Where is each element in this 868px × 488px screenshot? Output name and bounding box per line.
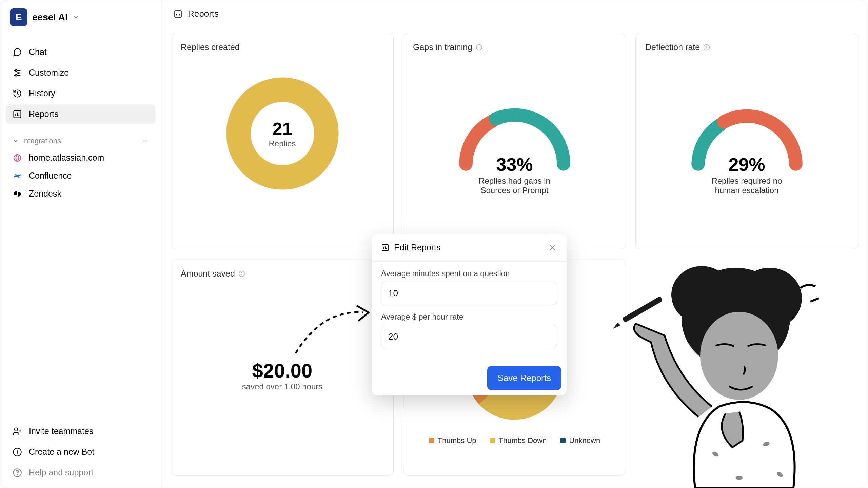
legend-swatch [429,438,434,443]
reports-icon [174,9,182,18]
page-title: Reports [188,8,219,19]
nav-label: History [29,88,55,98]
modal-body: Average minutes spent on a question Aver… [372,262,567,363]
integrations-header[interactable]: Integrations [6,133,156,149]
donut-chart: 21 Replies [181,59,384,208]
integration-label: Zendesk [29,189,61,199]
sidebar: E eesel AI Chat Customize History Report… [0,0,161,488]
card-title: Amount saved [181,269,384,279]
footer-help[interactable]: Help and support [6,463,156,482]
svg-point-32 [707,46,707,46]
svg-point-37 [671,266,732,324]
page-header: Reports [161,0,868,27]
reports-icon [13,109,22,119]
amount-display: $20.00 saved over 1.00 hours [181,285,384,428]
rate-input[interactable] [381,325,557,348]
nav-customize[interactable]: Customize [6,63,156,82]
info-icon[interactable] [703,44,710,51]
brand-name: eesel AI [32,12,68,23]
nav-label: Reports [29,109,59,119]
integrations-label: Integrations [22,137,61,145]
integration-confluence[interactable]: Confluence [6,167,156,185]
gauge-value: 33% [471,154,559,175]
card-replies: Replies created 21 Replies [171,33,394,249]
help-icon [13,468,22,477]
confluence-icon [13,171,22,181]
legend-swatch [560,438,566,443]
gauge-chart: 29% Replies required no human escalation [645,59,848,208]
legend-swatch [490,438,495,443]
gauge-label: Replies had gaps in Sources or Prompt [471,176,559,195]
modal-header: Edit Reports [372,234,567,262]
workspace-switcher[interactable]: E eesel AI [6,6,156,29]
field-label-rate: Average $ per hour rate [381,312,557,322]
modal-title: Edit Reports [394,243,441,252]
svg-point-39 [700,312,778,400]
legend-item: Unknown [560,436,600,445]
svg-point-45 [736,476,743,480]
donut-value: 21 [269,119,296,139]
footer-label: Help and support [29,468,93,477]
svg-point-4 [18,72,19,74]
integration-label: home.atlassian.com [29,153,104,163]
svg-rect-40 [622,296,663,323]
field-label-minutes: Average minutes spent on a question [381,269,557,278]
gauge-value: 29% [703,154,791,175]
nav-label: Customize [29,68,69,78]
history-icon [13,89,22,98]
plus-icon[interactable] [141,137,149,145]
donut-label: Replies [269,139,296,148]
legend-item: Thumbs Down [490,436,547,445]
card-title: Replies created [181,42,384,52]
reports-icon [381,244,389,252]
card-title: Gaps in training [413,42,616,52]
users-icon [13,427,22,436]
footer-label: Invite teammates [29,426,93,436]
amount-label: saved over 1.00 hours [242,382,322,391]
svg-marker-41 [613,323,620,329]
legend: Thumbs Up Thumbs Down Unknown [429,436,600,445]
nav-label: Chat [29,47,47,57]
chevron-down-icon [73,14,79,21]
arrow-icon [289,299,377,357]
svg-point-14 [15,428,18,431]
nav-chat[interactable]: Chat [6,42,156,62]
integration-label: Confluence [29,171,72,181]
card-gaps: Gaps in training 33% Replies had gaps in… [403,33,626,249]
close-icon[interactable] [548,243,557,252]
footer-invite[interactable]: Invite teammates [6,422,156,441]
chevron-down-icon [13,138,19,144]
integrations-section: Integrations home.atlassian.com Confluen… [6,133,156,203]
svg-point-21 [17,474,17,475]
chat-icon [13,47,22,57]
integration-zendesk[interactable]: Zendesk [6,185,156,203]
integration-atlassian[interactable]: home.atlassian.com [6,149,156,167]
customize-icon [13,68,22,78]
edit-reports-modal: Edit Reports Average minutes spent on a … [372,234,567,395]
svg-point-3 [15,69,17,71]
footer-create-bot[interactable]: Create a new Bot [6,442,156,462]
svg-point-35 [241,272,242,273]
nav-history[interactable]: History [6,84,156,103]
legend-item: Thumbs Up [429,436,476,445]
sidebar-nav: Chat Customize History Reports [6,42,156,124]
info-icon[interactable] [476,44,482,51]
save-reports-button[interactable]: Save Reports [487,366,561,390]
svg-point-5 [15,74,17,76]
nav-reports[interactable]: Reports [6,104,156,124]
plus-circle-icon [13,447,22,457]
brand-icon: E [10,8,27,26]
footer-label: Create a new Bot [29,447,94,457]
minutes-input[interactable] [381,282,557,305]
illustration-person [610,258,848,488]
gauge-label: Replies required no human escalation [703,176,791,195]
info-icon[interactable] [238,270,245,277]
sidebar-footer: Invite teammates Create a new Bot Help a… [6,422,156,482]
card-deflection: Deflection rate 29% Replies required no … [635,33,858,249]
card-title: Deflection rate [645,42,848,52]
zendesk-icon [13,189,22,199]
gauge-chart: 33% Replies had gaps in Sources or Promp… [413,59,616,208]
amount-value: $20.00 [252,359,312,382]
card-amount: Amount saved $20.00 saved over 1.00 hour… [171,259,394,476]
modal-footer: Save Reports [372,363,567,395]
